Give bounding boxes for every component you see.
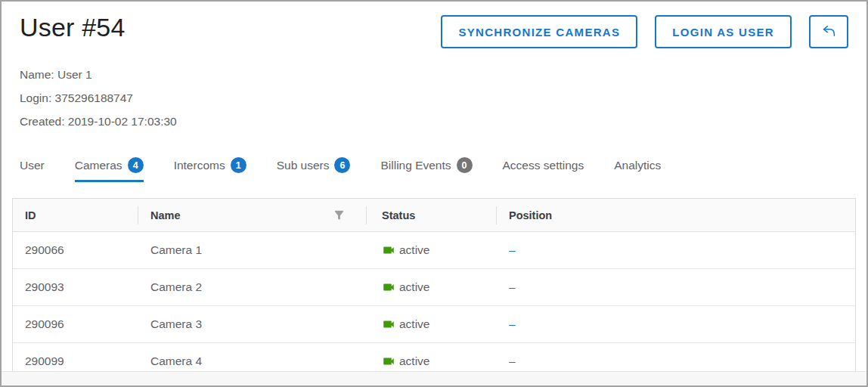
videocam-icon — [382, 245, 395, 255]
tab-count-badge: 1 — [231, 157, 246, 173]
cell-position: – — [497, 306, 855, 342]
cell-id: 290066 — [13, 232, 138, 268]
cell-name: Camera 1 — [138, 232, 367, 268]
column-header-position[interactable]: Position — [497, 199, 855, 231]
cell-name: Camera 2 — [138, 269, 367, 305]
synchronize-cameras-button[interactable]: SYNCHRONIZE CAMERAS — [441, 15, 637, 48]
cell-status: active — [367, 306, 497, 342]
table-row-camera-1[interactable]: 290066 Camera 1 active – — [13, 232, 855, 269]
status-text: active — [399, 317, 430, 331]
cell-id: 290093 — [13, 269, 138, 305]
column-header-name[interactable]: Name — [138, 199, 367, 231]
tab-label: Analytics — [614, 159, 661, 172]
cell-status: active — [367, 232, 497, 268]
cell-status: active — [367, 269, 497, 305]
tab-billing-events[interactable]: Billing Events 0 — [380, 156, 472, 182]
status-text: active — [399, 243, 430, 257]
user-login-line: Login: 375296188747 — [20, 86, 848, 110]
tab-count-badge: 4 — [128, 157, 144, 173]
table-row-camera-2[interactable]: 290093 Camera 2 active – — [13, 269, 855, 306]
header-actions: SYNCHRONIZE CAMERAS LOGIN AS USER — [441, 15, 848, 48]
tab-count-badge: 0 — [457, 157, 473, 173]
cell-name: Camera 3 — [138, 306, 367, 342]
table-header-row: ID Name Status Position — [13, 199, 855, 232]
back-undo-button[interactable] — [809, 15, 848, 48]
tab-label: Access settings — [503, 159, 584, 172]
table-row-camera-3[interactable]: 290096 Camera 3 active – — [13, 306, 855, 343]
page-footer-strip — [2, 371, 866, 385]
tab-analytics[interactable]: Analytics — [614, 156, 661, 182]
videocam-icon — [382, 356, 395, 367]
tab-intercoms[interactable]: Intercoms 1 — [174, 156, 246, 182]
column-header-id[interactable]: ID — [13, 199, 138, 231]
tab-sub-users[interactable]: Sub users 6 — [277, 156, 351, 182]
user-detail-page: User #54 SYNCHRONIZE CAMERAS LOGIN AS US… — [0, 0, 868, 387]
cell-position: – — [497, 232, 855, 268]
tab-cameras[interactable]: Cameras 4 — [75, 156, 144, 182]
page-header: User #54 SYNCHRONIZE CAMERAS LOGIN AS US… — [2, 2, 866, 133]
status-text: active — [399, 280, 430, 294]
tab-label: Billing Events — [380, 159, 451, 172]
tab-user[interactable]: User — [20, 156, 45, 182]
user-info: Name: User 1 Login: 375296188747 Created… — [20, 63, 848, 133]
tab-access-settings[interactable]: Access settings — [503, 156, 584, 182]
videocam-icon — [382, 319, 395, 330]
filter-funnel-icon[interactable] — [333, 209, 346, 221]
tab-label: Sub users — [277, 159, 330, 172]
tab-bar: User Cameras 4 Intercoms 1 Sub users 6 B… — [2, 156, 866, 182]
cell-id: 290096 — [13, 306, 138, 342]
status-text: active — [399, 354, 430, 368]
tab-count-badge: 6 — [334, 157, 350, 173]
tab-label: Intercoms — [174, 159, 225, 172]
tab-label: Cameras — [75, 159, 122, 172]
login-as-user-button[interactable]: LOGIN AS USER — [655, 15, 792, 48]
tab-label: User — [20, 159, 45, 172]
undo-arrow-icon — [819, 22, 839, 42]
column-header-status[interactable]: Status — [367, 199, 497, 231]
user-created-line: Created: 2019-10-02 17:03:30 — [20, 110, 848, 133]
videocam-icon — [382, 282, 395, 293]
cell-position: – — [497, 269, 855, 305]
cameras-table: ID Name Status Position 290066 — [12, 198, 856, 381]
user-name-line: Name: User 1 — [20, 63, 848, 86]
